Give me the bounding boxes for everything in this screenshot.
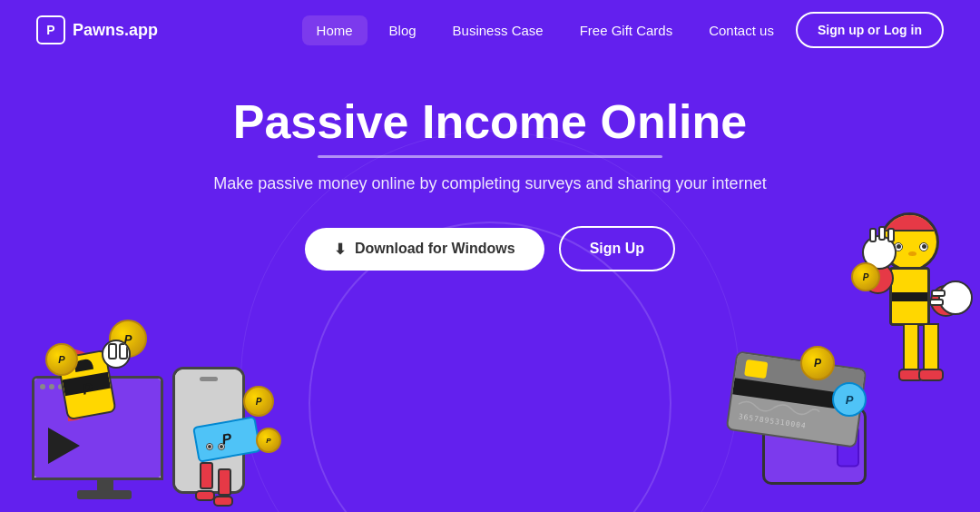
- illustration-left: P P P P P P: [27, 212, 318, 512]
- logo-icon: P: [36, 15, 65, 44]
- download-icon: ⬇: [334, 241, 346, 258]
- logo[interactable]: P Pawns.app: [36, 15, 158, 44]
- navbar: P Pawns.app Home Blog Business Case Free…: [0, 0, 980, 60]
- hero-subtitle: Make passive money online by completing …: [213, 174, 766, 193]
- nav-links: Home Blog Business Case Free Gift Cards …: [302, 12, 944, 48]
- download-label: Download for Windows: [355, 241, 515, 257]
- hero-title: Passive Income Online: [233, 96, 747, 148]
- nav-business-case[interactable]: Business Case: [438, 15, 558, 45]
- nav-contact-us[interactable]: Contact us: [694, 15, 789, 45]
- nav-free-gift-cards[interactable]: Free Gift Cards: [565, 15, 688, 45]
- signup-button[interactable]: Sign Up: [559, 226, 675, 271]
- illustration-right: 3657895310004 P P P: [662, 212, 953, 512]
- hero-buttons: ⬇ Download for Windows Sign Up: [305, 226, 675, 271]
- signup-login-button[interactable]: Sign up or Log in: [796, 12, 944, 48]
- nav-blog[interactable]: Blog: [375, 15, 431, 45]
- hero-title-underline: [318, 155, 662, 158]
- nav-home[interactable]: Home: [302, 15, 368, 45]
- logo-text: Pawns.app: [73, 21, 158, 40]
- download-windows-button[interactable]: ⬇ Download for Windows: [305, 228, 544, 271]
